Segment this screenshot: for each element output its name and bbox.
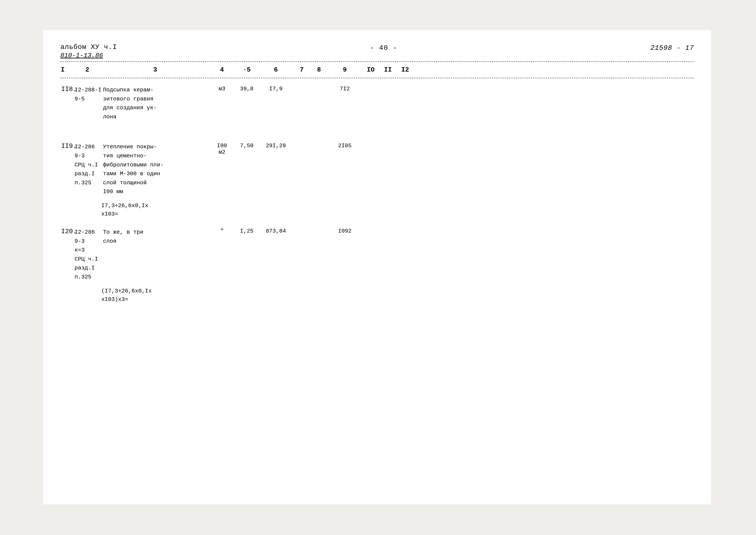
col-header-2: 2 (73, 65, 101, 74)
row-118-col12 (396, 85, 414, 86)
col-header-8: 8 (310, 65, 328, 74)
col-header-10: IO (362, 65, 379, 74)
row-118-desc: Подсыпка керам-зитового гравиядля создан… (101, 85, 209, 122)
row-118-col9: 7I2 (328, 85, 362, 93)
row-118-col5: 39,8 (235, 85, 258, 93)
row-118-unit: м3 (209, 85, 235, 93)
formula-119: I7,3+26,6x0,IxxI03= (60, 202, 694, 218)
col-header-4: 4 (209, 65, 235, 74)
row-120-col10 (362, 227, 379, 229)
row-120-col6: 873,84 (258, 227, 293, 235)
col-header-12: I2 (396, 65, 414, 74)
row-118-col6: I7,9 (258, 85, 293, 93)
row-120-col12 (396, 227, 414, 229)
col-header-11: II (379, 65, 396, 74)
col-header-6: 6 (258, 65, 293, 74)
header-left: альбом ХУ ч.I 810-1-13.86 (60, 43, 117, 59)
header-area: альбом ХУ ч.I 810-1-13.86 - 40 - 21598 -… (60, 43, 694, 60)
dashed-line-top (60, 61, 694, 62)
header-center: - 40 - (370, 44, 397, 52)
row-119-num: II9. (60, 142, 73, 151)
row-119-col9: 2I85 (328, 142, 362, 150)
row-118-col7 (293, 85, 310, 86)
column-headers: I 2 3 4 ·5 6 7 8 9 IO II I2 (60, 64, 694, 76)
row-119-desc: Утепление покры-тия цементно-фибролитовы… (101, 142, 209, 197)
header-code: 810-1-13.86 (60, 52, 117, 59)
dashed-line-cols (60, 78, 694, 78)
col-header-5: ·5 (235, 65, 258, 74)
header-album: альбом ХУ ч.I (60, 43, 117, 51)
row-120-col11 (379, 227, 396, 229)
row-118: II8. I2-288-I9-5 Подсыпка керам-зитового… (60, 83, 694, 122)
row-119-col10 (362, 142, 379, 143)
row-119-col12 (396, 142, 414, 143)
row-120: I20. I2-2869-3к=3СРЦ ч.Iразд.Iп.325 То ж… (60, 227, 694, 283)
row-120-unit: " (209, 227, 235, 235)
row-118-num: II8. (60, 85, 73, 94)
separator-1 (60, 127, 694, 133)
row-120-col9: I092 (328, 227, 362, 235)
col-header-7: 7 (293, 65, 310, 74)
row-120-num: I20. (60, 227, 73, 236)
row-120-code: I2-2869-3к=3СРЦ ч.Iразд.Iп.325 (73, 227, 101, 283)
row-119-col8 (310, 142, 328, 143)
row-120-desc: То же, в трислоя (101, 227, 209, 247)
page: альбом ХУ ч.I 810-1-13.86 - 40 - 21598 -… (43, 30, 711, 504)
row-119-code: I2-2869-3СРЦ ч.Iразд.Iп.325 (73, 142, 101, 188)
row-120-col7 (293, 227, 310, 229)
formula-120: (I7,3+26,6x0,IxxI03)x3= (60, 287, 694, 304)
row-119: II9. I2-2869-3СРЦ ч.Iразд.Iп.325 Утеплен… (60, 142, 694, 197)
row-120-col8 (310, 227, 328, 229)
col-header-9: 9 (328, 65, 362, 74)
row-118-col10 (362, 85, 379, 86)
row-120-col5: I,25 (235, 227, 258, 235)
row-119-col11 (379, 142, 396, 143)
row-119-col5: 7,50 (235, 142, 258, 150)
row-119-col6: 29I,28 (258, 142, 293, 150)
row-118-col11 (379, 85, 396, 86)
col-header-3: 3 (101, 65, 209, 74)
row-118-col8 (310, 85, 328, 86)
header-right: 21598 - 17 (650, 44, 694, 52)
row-119-col7 (293, 142, 310, 143)
row-119-unit: I00м2 (209, 142, 235, 156)
col-header-1: I (60, 65, 73, 74)
row-118-code: I2-288-I9-5 (73, 85, 101, 104)
